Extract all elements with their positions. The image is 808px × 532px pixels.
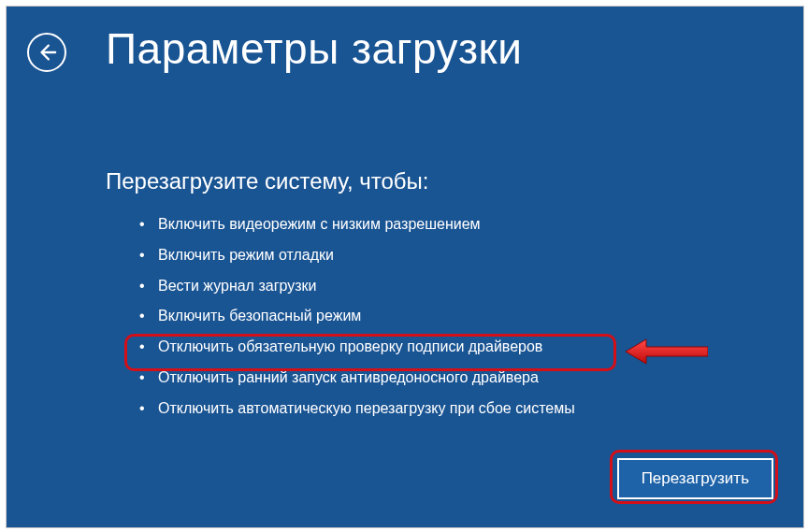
list-item: Отключить обязательную проверку подписи … [126,332,575,363]
startup-options-list: Включить видеорежим с низким разрешением… [126,209,575,424]
restart-button[interactable]: Перезагрузить [617,458,773,499]
list-item: Включить режим отладки [126,240,575,271]
list-item: Включить видеорежим с низким разрешением [126,209,575,240]
list-item: Вести журнал загрузки [126,271,575,302]
page-title: Параметры загрузки [106,23,522,74]
list-item: Включить безопасный режим [126,301,575,332]
annotation-arrow-icon [624,338,708,366]
back-arrow-icon [36,42,57,63]
list-item: Отключить ранний запуск антивредоносного… [126,363,575,394]
list-item: Отключить автоматическую перезагрузку пр… [126,394,575,424]
startup-settings-screen: Параметры загрузки Перезагрузите систему… [6,6,804,528]
page-subtitle: Перезагрузите систему, чтобы: [106,168,429,194]
back-button[interactable] [27,33,66,72]
